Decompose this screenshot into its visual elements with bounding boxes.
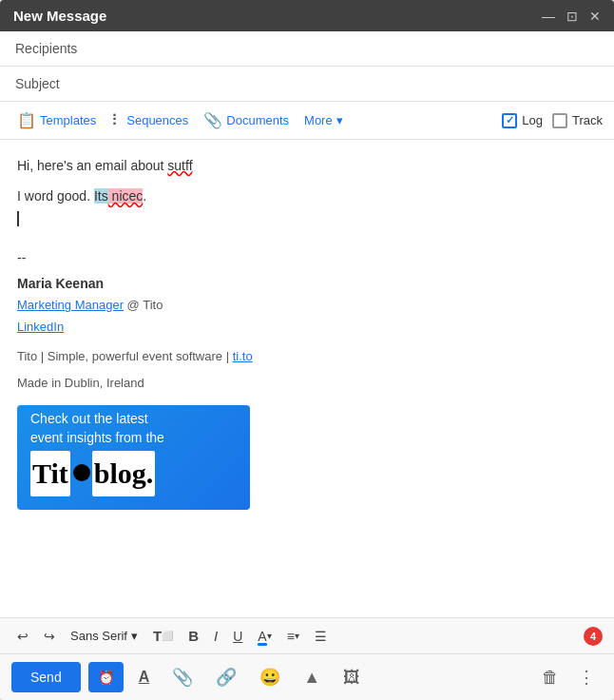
formatting-toolbar: ↩ ↪ Sans Serif ▾ T⬜ B I U A ▾ ≡▾ ☰ 4 <box>0 617 614 653</box>
list-button[interactable]: ☰ <box>309 625 333 648</box>
chevron-down-icon: ▾ <box>336 113 343 127</box>
track-checkbox[interactable] <box>552 113 567 128</box>
align-button[interactable]: ≡▾ <box>281 625 305 648</box>
made-in-line: Made in Dublin, Ireland <box>17 374 597 394</box>
banner-logo-text: Tit <box>30 451 70 496</box>
sequences-button[interactable]: ⠇ Sequences <box>106 107 194 133</box>
documents-icon: 📎 <box>203 111 222 129</box>
track-label: Track <box>572 113 603 127</box>
body-line-2: I word good. Its nicec. <box>17 185 597 206</box>
undo-button[interactable]: ↩ <box>11 625 34 648</box>
cursor-line <box>17 211 597 232</box>
font-family-label: Sans Serif <box>70 629 127 643</box>
banner-logo: Titblog. <box>30 451 155 496</box>
signature-role-line: Marketing Manager @ Tito <box>17 294 597 316</box>
emoji-button[interactable]: 😀 <box>252 663 288 691</box>
bottom-toolbar: Send ⏰ A 📎 🔗 😀 ▲ 🖼 🗑 ⋮ <box>0 653 614 700</box>
banner-blog-text: blog. <box>92 451 156 496</box>
underline-button[interactable]: U <box>227 625 248 648</box>
recipients-label: Recipients <box>15 41 82 56</box>
body-line-1: Hi, here's an email about sutff <box>17 155 597 176</box>
font-size-button[interactable]: T⬜ <box>147 624 179 648</box>
body-text-3: . <box>143 188 146 204</box>
tagline-text: Tito | Simple, powerful event software | <box>17 349 233 363</box>
clock-icon: ⏰ <box>98 670 114 685</box>
compose-area[interactable]: Hi, here's an email about sutff I word g… <box>0 140 614 617</box>
more-button[interactable]: More ▾ <box>298 109 349 131</box>
more-options-button[interactable]: ⋮ <box>570 663 603 691</box>
signature-role-link[interactable]: Marketing Manager <box>17 298 124 312</box>
templates-label: Templates <box>40 113 96 127</box>
delete-button[interactable]: 🗑 <box>534 664 566 691</box>
attach-button[interactable]: 📎 <box>164 663 201 691</box>
track-toggle[interactable]: Track <box>552 113 603 128</box>
linkedin-link[interactable]: LinkedIn <box>17 320 64 334</box>
documents-button[interactable]: 📎 Documents <box>198 107 295 133</box>
link-button[interactable]: 🔗 <box>208 663 244 691</box>
minimize-button[interactable]: — <box>542 10 555 23</box>
font-dropdown-icon: ▾ <box>131 629 138 643</box>
log-label: Log <box>522 113 543 127</box>
close-button[interactable]: ✕ <box>589 10 601 23</box>
schedule-button[interactable]: ⏰ <box>88 662 124 692</box>
text-color-A: A <box>258 629 266 644</box>
subject-row: Subject <box>0 67 614 102</box>
text-cursor <box>17 211 19 226</box>
maximize-button[interactable]: ⊡ <box>566 10 578 23</box>
banner-text-line1: Check out the latest event insights from… <box>30 410 164 447</box>
signature-name: Maria Keenan <box>17 273 597 294</box>
email-signature: -- Maria Keenan Marketing Manager @ Tito… <box>17 247 597 394</box>
signature-tagline: Tito | Simple, powerful event software |… <box>17 347 597 367</box>
signature-dashes: -- <box>17 247 597 268</box>
body-text-1: Hi, here's an email about <box>17 158 167 173</box>
bottom-right: 🗑 ⋮ <box>534 663 603 691</box>
sequences-icon: ⠇ <box>111 111 123 129</box>
misspelled-word-1: sutff <box>167 158 192 173</box>
text-color-button[interactable]: A ▾ <box>252 625 277 648</box>
drive-button[interactable]: ▲ <box>296 664 328 691</box>
documents-label: Documents <box>226 113 289 127</box>
font-family-select[interactable]: Sans Serif ▾ <box>65 625 144 647</box>
toolbar-right: Log Track <box>502 113 603 128</box>
titlebar: New Message — ⊡ ✕ <box>0 0 614 31</box>
subject-input[interactable] <box>82 76 599 91</box>
sequences-label: Sequences <box>126 113 188 127</box>
window-controls: — ⊡ ✕ <box>542 10 601 23</box>
subject-label: Subject <box>15 76 82 91</box>
templates-icon: 📋 <box>17 111 36 129</box>
more-label: More <box>304 113 333 127</box>
tagline-link[interactable]: ti.to <box>233 349 253 363</box>
selected-word: Its <box>94 188 108 204</box>
email-banner: Check out the latest event insights from… <box>17 405 250 510</box>
highlighted-word: nicec <box>108 188 144 204</box>
italic-button[interactable]: I <box>208 624 223 648</box>
image-button[interactable]: 🖼 <box>336 664 368 691</box>
signature-role-suffix: @ Tito <box>124 298 163 312</box>
bold-button[interactable]: B <box>182 624 204 648</box>
body-text-2: I word good. <box>17 188 94 204</box>
format-text-button[interactable]: A <box>131 665 158 690</box>
send-button[interactable]: Send <box>11 662 81 692</box>
templates-button[interactable]: 📋 Templates <box>11 107 102 133</box>
redo-button[interactable]: ↪ <box>38 625 61 648</box>
compose-window: New Message — ⊡ ✕ Recipients Subject 📋 T… <box>0 0 614 700</box>
recipients-row: Recipients <box>0 31 614 67</box>
recipients-input[interactable] <box>82 41 599 56</box>
formatting-badge: 4 <box>584 627 603 646</box>
compose-toolbar: 📋 Templates ⠇ Sequences 📎 Documents More… <box>0 102 614 140</box>
banner-logo-circle <box>73 464 90 481</box>
log-checkbox[interactable] <box>502 113 517 128</box>
text-color-chevron: ▾ <box>267 631 272 641</box>
log-toggle[interactable]: Log <box>502 113 543 128</box>
window-title: New Message <box>13 8 106 24</box>
